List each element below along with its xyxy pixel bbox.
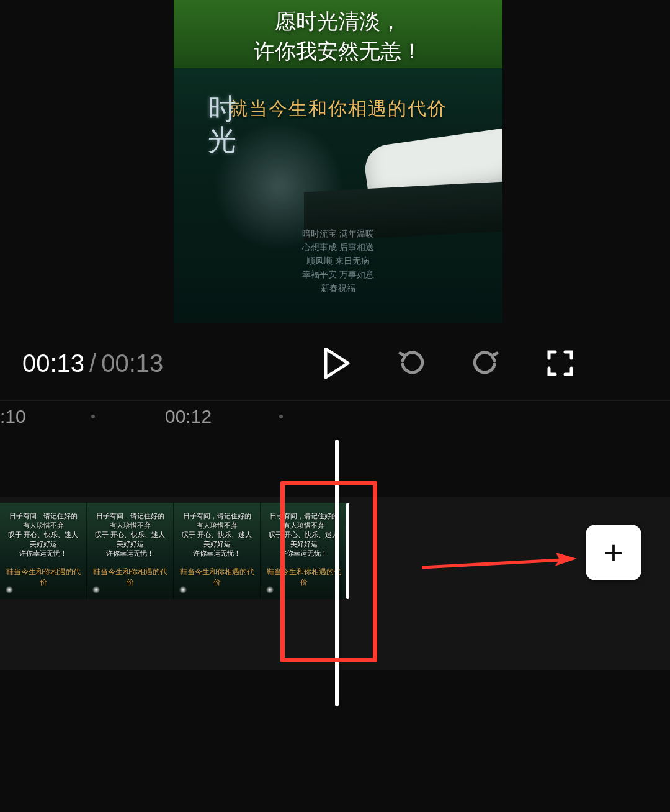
time-display: 00:13 / 00:13 — [22, 350, 163, 377]
preview-poem-text: 愿时光清淡， 许你我安然无恙！ — [174, 6, 502, 66]
fullscreen-button[interactable] — [542, 345, 579, 382]
clip-thumbnail: 日子有间，请记住好的 有人珍惜不弃 叹于 开心、快乐、迷人 美好好运 许你幸运无… — [0, 503, 87, 599]
ruler-tick-dot — [91, 415, 95, 418]
undo-icon — [396, 348, 426, 378]
play-button[interactable] — [318, 345, 355, 382]
poem-line-2: 许你我安然无恙！ — [254, 39, 422, 63]
sparkle-icon — [91, 584, 102, 595]
thumb-overlay-text: 日子有间，请记住好的 有人珍惜不弃 叹于 开心、快乐、迷人 美好好运 许你幸运无… — [2, 512, 84, 558]
sparkle-icon — [177, 584, 189, 595]
ruler-tick-label: :10 — [0, 406, 26, 427]
fullscreen-icon — [547, 350, 574, 377]
clip-thumbnail: 日子有间，请记住好的 有人珍惜不弃 叹于 开心、快乐、迷人 美好好运 许你幸运无… — [261, 503, 347, 599]
sparkle-icon — [264, 584, 275, 595]
preview-title-characters: 时 光 — [208, 93, 236, 155]
plus-icon: + — [604, 536, 623, 569]
poem-line-1: 愿时光清淡， — [275, 9, 401, 33]
clip-thumbnail: 日子有间，请记住好的 有人珍惜不弃 叹于 开心、快乐、迷人 美好好运 许你幸运无… — [87, 503, 174, 599]
transport-bar: 00:13 / 00:13 — [0, 338, 670, 388]
redo-button[interactable] — [467, 345, 504, 382]
play-icon — [323, 348, 351, 379]
current-time: 00:13 — [22, 350, 84, 377]
timeline-ruler[interactable]: :10 00:12 — [0, 400, 670, 425]
clip-thumbnail: 日子有间，请记住好的 有人珍惜不弃 叹于 开心、快乐、迷人 美好好运 许你幸运无… — [174, 503, 261, 599]
preview-credits-text: 暗时流宝 满年温暖 心想事成 后事相送 顺风顺 来日无病 幸福平安 万事如意 新… — [211, 227, 465, 295]
redo-icon — [471, 348, 501, 378]
thumb-overlay-text: 日子有间，请记住好的 有人珍惜不弃 叹于 开心、快乐、迷人 美好好运 许你幸运无… — [89, 512, 171, 558]
time-separator: / — [89, 350, 96, 377]
total-duration: 00:13 — [101, 350, 163, 377]
clip-end-handle[interactable] — [346, 503, 349, 599]
thumb-overlay-text: 日子有间，请记住好的 有人珍惜不弃 叹于 开心、快乐、迷人 美好好运 许你幸运无… — [176, 512, 257, 558]
svg-marker-0 — [326, 349, 348, 377]
video-clip[interactable]: 日子有间，请记住好的 有人珍惜不弃 叹于 开心、快乐、迷人 美好好运 许你幸运无… — [0, 503, 347, 599]
video-preview: 愿时光清淡， 许你我安然无恙！ 就当今生和你相遇的代价 时 光 暗时流宝 满年温… — [174, 0, 502, 323]
thumb-overlay-text: 日子有间，请记住好的 有人珍惜不弃 叹于 开心、快乐、迷人 美好好运 许你幸运无… — [263, 512, 344, 558]
ruler-tick-label: 00:12 — [165, 406, 212, 427]
ruler-tick-dot — [279, 415, 283, 418]
playhead[interactable] — [335, 440, 339, 706]
sparkle-icon — [4, 584, 15, 595]
add-clip-button[interactable]: + — [586, 525, 641, 580]
undo-button[interactable] — [393, 345, 430, 382]
